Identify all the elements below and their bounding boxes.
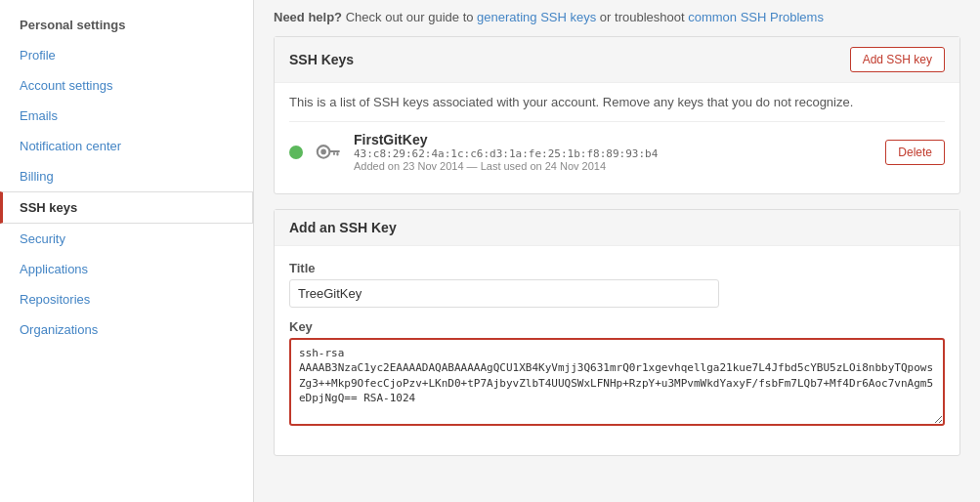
sidebar-item-emails[interactable]: Emails — [0, 101, 253, 131]
help-text-middle: or troubleshoot — [596, 10, 688, 24]
ssh-keys-panel: SSH Keys Add SSH key This is a list of S… — [274, 36, 960, 194]
key-textarea[interactable]: ssh-rsa AAAAB3NzaC1yc2EAAAADAQABAAAAAgQC… — [289, 338, 945, 426]
sidebar-item-ssh-keys[interactable]: SSH keys — [0, 191, 253, 224]
key-icon — [315, 137, 342, 167]
sidebar-item-notification-center[interactable]: Notification center — [0, 131, 253, 161]
ssh-key-item: FirstGitKey 43:c8:29:62:4a:1c:c6:d3:1a:f… — [289, 121, 945, 182]
help-text-desc: Check out our guide to — [342, 10, 477, 24]
ssh-keys-panel-body: This is a list of SSH keys associated wi… — [275, 83, 959, 193]
sidebar-item-billing[interactable]: Billing — [0, 161, 253, 191]
key-dates: Added on 23 Nov 2014 — Last used on 24 N… — [354, 160, 885, 172]
key-info: FirstGitKey 43:c8:29:62:4a:1c:c6:d3:1a:f… — [354, 132, 885, 172]
sidebar-item-security[interactable]: Security — [0, 224, 253, 254]
ssh-keys-description: This is a list of SSH keys associated wi… — [289, 95, 945, 109]
title-input[interactable] — [289, 279, 719, 308]
sidebar-item-account-settings[interactable]: Account settings — [0, 70, 253, 101]
main-content: Need help? Check out our guide to genera… — [254, 0, 980, 502]
svg-rect-3 — [336, 152, 338, 156]
key-name: FirstGitKey — [354, 132, 885, 147]
help-text-bold: Need help? — [274, 10, 342, 24]
add-ssh-key-button[interactable]: Add SSH key — [850, 47, 945, 72]
sidebar-item-profile[interactable]: Profile — [0, 40, 253, 70]
add-ssh-key-panel-body: Title Key ssh-rsa AAAAB3NzaC1yc2EAAAADAQ… — [275, 246, 959, 455]
svg-rect-2 — [329, 150, 340, 152]
svg-point-1 — [320, 149, 326, 155]
add-ssh-key-panel-title: Add an SSH Key — [289, 220, 397, 235]
key-form-group: Key ssh-rsa AAAAB3NzaC1yc2EAAAADAQABAAAA… — [289, 319, 945, 429]
title-form-group: Title — [289, 261, 945, 308]
key-label: Key — [289, 319, 945, 334]
ssh-keys-panel-header: SSH Keys Add SSH key — [275, 37, 959, 83]
key-fingerprint: 43:c8:29:62:4a:1c:c6:d3:1a:fe:25:1b:f8:8… — [354, 147, 885, 160]
ssh-keys-panel-title: SSH Keys — [289, 52, 354, 67]
generating-ssh-keys-link[interactable]: generating SSH keys — [477, 10, 596, 24]
key-status-indicator — [289, 146, 303, 159]
common-ssh-problems-link[interactable]: common SSH Problems — [688, 10, 824, 24]
add-ssh-key-panel-header: Add an SSH Key — [275, 210, 959, 246]
title-label: Title — [289, 261, 945, 275]
sidebar-item-organizations[interactable]: Organizations — [0, 314, 253, 345]
svg-rect-4 — [333, 152, 335, 155]
sidebar-item-applications[interactable]: Applications — [0, 254, 253, 284]
sidebar-header: Personal settings — [0, 10, 253, 40]
add-ssh-key-panel: Add an SSH Key Title Key ssh-rsa AAAAB3N… — [274, 209, 960, 456]
sidebar: Personal settings Profile Account settin… — [0, 0, 254, 502]
sidebar-item-repositories[interactable]: Repositories — [0, 284, 253, 314]
delete-key-button[interactable]: Delete — [885, 140, 945, 165]
help-bar: Need help? Check out our guide to genera… — [274, 10, 960, 24]
